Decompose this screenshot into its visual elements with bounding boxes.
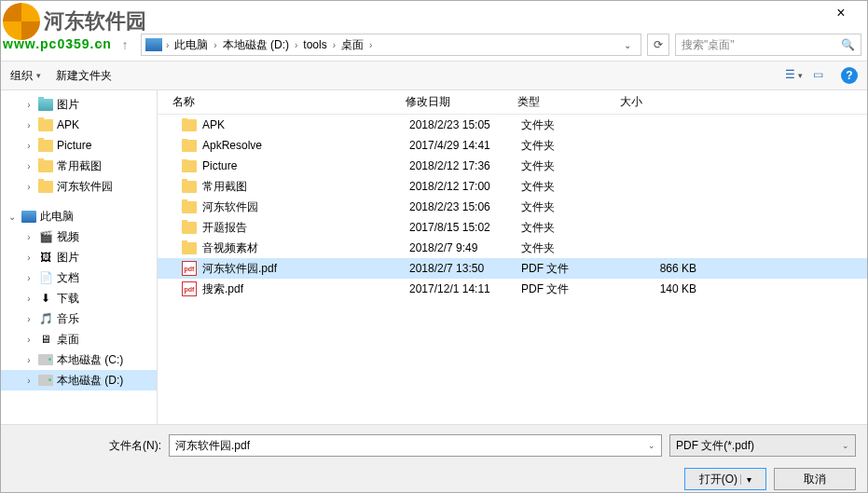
col-type[interactable]: 类型 (512, 94, 614, 110)
folder-icon (182, 201, 197, 213)
organize-button[interactable]: 组织▾ (10, 68, 41, 84)
file-name: 常用截图 (202, 179, 247, 195)
expand-icon[interactable]: › (23, 141, 34, 151)
file-row[interactable]: ApkResolve2017/4/29 14:41文件夹 (158, 135, 867, 156)
folder-icon (38, 181, 53, 193)
sidebar-item[interactable]: ›图片 (1, 94, 157, 115)
expand-icon[interactable]: › (23, 273, 34, 283)
file-size: 866 KB (618, 262, 702, 275)
search-placeholder: 搜索"桌面" (682, 37, 841, 53)
expand-icon[interactable]: › (23, 314, 34, 324)
sidebar-item[interactable]: ›河东软件园 (1, 176, 157, 197)
folder-icon (182, 119, 197, 131)
breadcrumb-item[interactable]: tools (299, 36, 330, 53)
sidebar-item[interactable]: ›🖼图片 (1, 247, 157, 267)
sidebar-item-label: 音乐 (57, 311, 79, 327)
file-row[interactable]: pdf搜索.pdf2017/12/1 14:11PDF 文件140 KB (158, 279, 867, 299)
expand-icon[interactable]: › (23, 376, 34, 386)
breadcrumb-item[interactable]: 本地磁盘 (D:) (219, 35, 293, 55)
expand-icon[interactable]: › (23, 161, 34, 171)
collapse-icon[interactable]: ⌄ (7, 212, 18, 222)
file-date: 2018/2/23 15:05 (404, 118, 516, 131)
sidebar-item[interactable]: ›本地磁盘 (C:) (1, 349, 157, 370)
file-date: 2018/2/12 17:00 (404, 180, 516, 193)
sidebar-item[interactable]: ›🖥桌面 (1, 329, 157, 349)
sidebar-item[interactable]: ›🎵音乐 (1, 308, 157, 329)
sidebar-item[interactable]: ›APK (1, 115, 157, 135)
breadcrumb-item[interactable]: 此电脑 (171, 35, 212, 55)
chevron-right-icon[interactable]: › (214, 40, 216, 50)
chevron-right-icon[interactable]: › (166, 40, 169, 50)
chevron-down-icon[interactable]: ⌄ (618, 40, 637, 50)
file-row[interactable]: Picture2018/2/12 17:36文件夹 (158, 156, 867, 176)
expand-icon[interactable]: › (23, 355, 34, 365)
file-type: 文件夹 (516, 117, 618, 133)
file-type: PDF 文件 (516, 261, 618, 277)
file-row[interactable]: 音视频素材2018/2/7 9:49文件夹 (158, 238, 867, 258)
file-row[interactable]: 常用截图2018/2/12 17:00文件夹 (158, 176, 867, 197)
sidebar-item[interactable]: ›本地磁盘 (D:) (1, 370, 157, 390)
sidebar-item[interactable]: ›常用截图 (1, 156, 157, 176)
search-input[interactable]: 搜索"桌面" 🔍 (675, 34, 861, 56)
expand-icon[interactable]: › (23, 232, 34, 242)
file-date: 2018/2/12 17:36 (404, 159, 516, 172)
sidebar-item[interactable]: ›📄文档 (1, 267, 157, 288)
file-row[interactable]: APK2018/2/23 15:05文件夹 (158, 115, 867, 135)
chevron-right-icon[interactable]: › (369, 40, 372, 50)
file-row[interactable]: 河东软件园2018/2/23 15:06文件夹 (158, 197, 867, 217)
filename-input[interactable]: 河东软件园.pdf ⌄ (169, 434, 662, 457)
chevron-down-icon[interactable]: ⌄ (648, 441, 655, 450)
folder-icon (182, 222, 197, 234)
sidebar-item-label: 视频 (57, 229, 79, 245)
file-row[interactable]: pdf河东软件园.pdf2018/2/7 13:50PDF 文件866 KB (158, 258, 867, 279)
file-row[interactable]: 开题报告2017/8/15 15:02文件夹 (158, 217, 867, 238)
open-button[interactable]: 打开(O) ▾ (684, 468, 766, 490)
file-name: 搜索.pdf (202, 281, 243, 297)
expand-icon[interactable]: › (23, 335, 34, 345)
expand-icon[interactable]: › (23, 182, 34, 192)
expand-icon[interactable]: › (23, 294, 34, 304)
view-list-icon[interactable]: ☰ ▾ (785, 68, 804, 83)
sidebar-item-label: 河东软件园 (57, 179, 113, 195)
column-header[interactable]: 名称 修改日期 类型 大小 (158, 90, 867, 115)
preview-pane-icon[interactable]: ▭ (813, 68, 832, 83)
expand-icon[interactable]: › (23, 100, 34, 110)
expand-icon[interactable]: › (23, 120, 34, 130)
expand-icon[interactable]: › (23, 253, 34, 263)
file-name: 河东软件园.pdf (202, 261, 277, 277)
sidebar-item-label: 图片 (57, 97, 79, 113)
folder-icon: 🖼 (38, 251, 53, 264)
col-date[interactable]: 修改日期 (400, 94, 512, 110)
chevron-down-icon[interactable]: ⌄ (842, 441, 849, 450)
close-icon[interactable]: × (822, 2, 860, 28)
sidebar-item[interactable]: ›🎬视频 (1, 226, 157, 247)
cancel-button[interactable]: 取消 (774, 468, 856, 490)
filename-label: 文件名(N): (12, 438, 161, 454)
sidebar-item-label: Picture (57, 139, 91, 152)
folder-icon: 📄 (38, 271, 53, 284)
search-icon: 🔍 (841, 38, 855, 51)
col-size[interactable]: 大小 (614, 94, 698, 110)
col-name[interactable]: 名称 (167, 94, 400, 110)
up-icon[interactable]: ↑ (115, 34, 135, 55)
sidebar-item[interactable]: ›Picture (1, 135, 157, 156)
breadcrumb[interactable]: › 此电脑 › 本地磁盘 (D:) › tools › 桌面 › ⌄ (141, 34, 641, 56)
chevron-right-icon[interactable]: › (333, 40, 336, 50)
pc-icon (145, 38, 162, 51)
new-folder-button[interactable]: 新建文件夹 (56, 68, 112, 84)
file-filter-select[interactable]: PDF 文件(*.pdf) ⌄ (669, 434, 856, 457)
file-size: 140 KB (618, 282, 702, 295)
refresh-icon[interactable]: ⟳ (647, 34, 669, 56)
titlebar: 打开 × (1, 1, 867, 29)
bottom-panel: 文件名(N): 河东软件园.pdf ⌄ PDF 文件(*.pdf) ⌄ 打开(O… (1, 424, 867, 493)
drive-icon (38, 375, 53, 386)
sidebar-item[interactable]: ›⬇下载 (1, 288, 157, 308)
forward-icon[interactable]: → (89, 34, 109, 55)
file-type: PDF 文件 (516, 281, 618, 297)
breadcrumb-item[interactable]: 桌面 (338, 35, 367, 55)
help-icon[interactable]: ? (841, 67, 858, 84)
file-type: 文件夹 (516, 138, 618, 154)
sidebar-this-pc[interactable]: ⌄ 此电脑 (1, 206, 157, 226)
back-icon[interactable]: ← (62, 34, 83, 55)
chevron-right-icon[interactable]: › (295, 40, 297, 50)
